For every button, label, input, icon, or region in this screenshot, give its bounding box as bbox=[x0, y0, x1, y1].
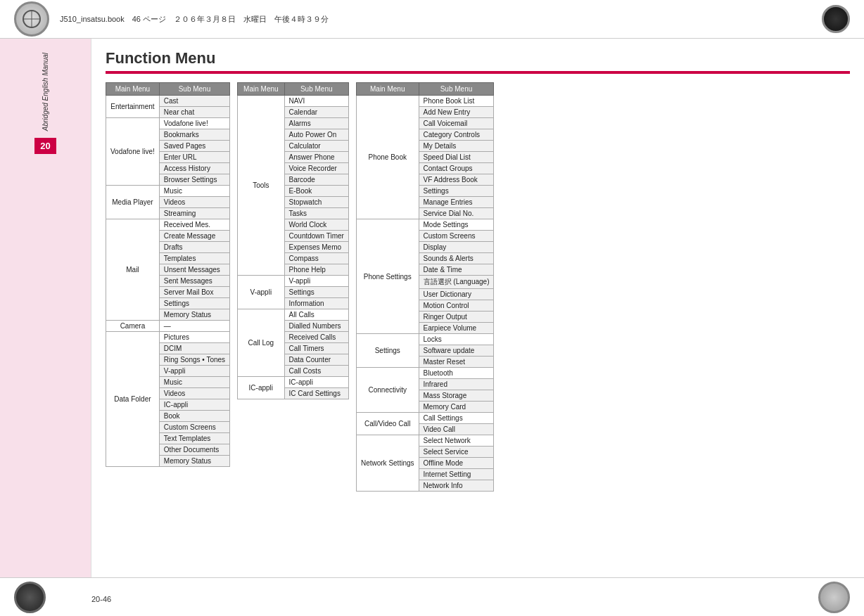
sub-menu-cell: Call Costs bbox=[284, 366, 348, 377]
main-menu-cell: Camera bbox=[106, 321, 160, 332]
sub-menu-cell: Templates bbox=[159, 253, 229, 264]
sub-menu-cell: Service Dial No. bbox=[419, 208, 494, 219]
sub-menu-cell: Saved Pages bbox=[159, 141, 229, 152]
table3: Main Menu Sub Menu Phone BookPhone Book … bbox=[356, 82, 495, 492]
sub-menu-cell: Phone Help bbox=[284, 264, 348, 276]
title-underline bbox=[106, 71, 850, 74]
sub-menu-cell: V-appli bbox=[284, 276, 348, 287]
sub-menu-cell: Infrared bbox=[419, 379, 494, 390]
sub-menu-cell: VF Address Book bbox=[419, 174, 494, 186]
table-row: IC-appliIC-appli bbox=[238, 377, 349, 388]
sub-menu-cell: Mass Storage bbox=[419, 390, 494, 402]
main-menu-cell: Network Settings bbox=[356, 435, 419, 492]
tables-wrapper: Main Menu Sub Menu EntertainmentCastNear… bbox=[106, 82, 850, 492]
sub-menu-cell: Calculator bbox=[284, 141, 348, 152]
sub-menu-cell: Ring Songs • Tones bbox=[159, 354, 229, 366]
sub-menu-cell: Software update bbox=[419, 345, 494, 357]
table2-col2-header: Sub Menu bbox=[284, 83, 348, 96]
sub-menu-cell: Memory Status bbox=[159, 456, 229, 467]
sub-menu-cell: Master Reset bbox=[419, 357, 494, 368]
bottom-bar: 20-46 bbox=[0, 577, 864, 616]
sub-menu-cell: Auto Power On bbox=[284, 129, 348, 141]
table-row: ToolsNAVI bbox=[238, 96, 349, 107]
table1-col1-header: Main Menu bbox=[106, 83, 160, 96]
main-menu-cell: Data Folder bbox=[106, 332, 160, 467]
page-number-badge: 20 bbox=[34, 138, 56, 154]
sub-menu-cell: Videos bbox=[159, 388, 229, 399]
sub-menu-cell: 言語選択 (Language) bbox=[419, 276, 494, 289]
sidebar: Abridged English Manual 20 bbox=[0, 39, 91, 577]
sub-menu-cell: Sounds & Alerts bbox=[419, 253, 494, 264]
sub-menu-cell: NAVI bbox=[284, 96, 348, 107]
table-row: Media PlayerMusic bbox=[106, 186, 230, 197]
sub-menu-cell: Answer Phone bbox=[284, 152, 348, 163]
table-row: Phone BookPhone Book List bbox=[356, 96, 494, 107]
main-content: Function Menu Main Menu Sub Menu Enterta… bbox=[91, 39, 864, 577]
sub-menu-cell: Mode Settings bbox=[419, 219, 494, 231]
sub-menu-cell: Bluetooth bbox=[419, 368, 494, 379]
sub-menu-cell: Settings bbox=[159, 298, 229, 309]
sub-menu-cell: Sent Messages bbox=[159, 276, 229, 287]
sub-menu-cell: Voice Recorder bbox=[284, 163, 348, 174]
sub-menu-cell: Streaming bbox=[159, 208, 229, 219]
table-row: Call/Video CallCall Settings bbox=[356, 413, 494, 424]
sub-menu-cell: E-Book bbox=[284, 186, 348, 197]
sub-menu-cell: Text Templates bbox=[159, 433, 229, 444]
table-row: EntertainmentCast bbox=[106, 96, 230, 107]
table-row: Camera— bbox=[106, 321, 230, 332]
sub-menu-cell: Display bbox=[419, 242, 494, 253]
sub-menu-cell: Date & Time bbox=[419, 264, 494, 276]
sub-menu-cell: Vodafone live! bbox=[159, 118, 229, 129]
sub-menu-cell: IC Card Settings bbox=[284, 388, 348, 399]
main-menu-cell: Phone Book bbox=[356, 96, 419, 219]
page: J510_insatsu.book 46 ページ ２０６年３月８日 水曜日 午後… bbox=[0, 0, 864, 616]
sub-menu-cell: IC-appli bbox=[159, 399, 229, 411]
sub-menu-cell: V-appli bbox=[159, 366, 229, 377]
top-bar-text: J510_insatsu.book 46 ページ ２０６年３月８日 水曜日 午後… bbox=[60, 14, 329, 25]
sub-menu-cell: Alarms bbox=[284, 118, 348, 129]
sub-menu-cell: Near chat bbox=[159, 107, 229, 118]
sub-menu-cell: Information bbox=[284, 298, 348, 309]
sub-menu-cell: Speed Dial List bbox=[419, 152, 494, 163]
table3-col2-header: Sub Menu bbox=[419, 83, 494, 96]
main-menu-cell: Phone Settings bbox=[356, 219, 419, 334]
sub-menu-cell: Call Timers bbox=[284, 343, 348, 354]
sub-menu-cell: Enter URL bbox=[159, 152, 229, 163]
sub-menu-cell: Server Mail Box bbox=[159, 287, 229, 298]
sub-menu-cell: Music bbox=[159, 377, 229, 388]
sub-menu-cell: Select Network bbox=[419, 435, 494, 447]
sub-menu-cell: Video Call bbox=[419, 424, 494, 435]
sub-menu-cell: Motion Control bbox=[419, 300, 494, 312]
sub-menu-cell: Create Message bbox=[159, 231, 229, 242]
sub-menu-cell: Offline Mode bbox=[419, 458, 494, 469]
main-menu-cell: V-appli bbox=[238, 276, 284, 309]
sub-menu-cell: Cast bbox=[159, 96, 229, 107]
main-menu-cell: Call/Video Call bbox=[356, 413, 419, 435]
table-row: Data FolderPictures bbox=[106, 332, 230, 343]
top-right-decoration bbox=[822, 5, 850, 33]
table1: Main Menu Sub Menu EntertainmentCastNear… bbox=[106, 82, 230, 467]
sub-menu-cell: Select Service bbox=[419, 447, 494, 458]
sub-menu-cell: Unsent Messages bbox=[159, 264, 229, 276]
sub-menu-cell: Network Info bbox=[419, 480, 494, 492]
main-menu-cell: Mail bbox=[106, 219, 160, 321]
sub-menu-cell: Earpiece Volume bbox=[419, 323, 494, 334]
sub-menu-cell: Internet Setting bbox=[419, 469, 494, 480]
table-row: MailReceived Mes. bbox=[106, 219, 230, 231]
main-menu-cell: Connectivity bbox=[356, 368, 419, 413]
sub-menu-cell: Access History bbox=[159, 163, 229, 174]
table2-col1-header: Main Menu bbox=[238, 83, 284, 96]
sub-menu-cell: Dialled Numbers bbox=[284, 321, 348, 332]
sub-menu-cell: Memory Card bbox=[419, 402, 494, 413]
sub-menu-cell: Bookmarks bbox=[159, 129, 229, 141]
bottom-right-decoration bbox=[818, 582, 850, 613]
bottom-page-number: 20-46 bbox=[91, 595, 111, 603]
sub-menu-cell: Browser Settings bbox=[159, 174, 229, 186]
sub-menu-cell: — bbox=[159, 321, 229, 332]
sub-menu-cell: Barcode bbox=[284, 174, 348, 186]
sub-menu-cell: Pictures bbox=[159, 332, 229, 343]
sub-menu-cell: DCIM bbox=[159, 343, 229, 354]
sub-menu-cell: User Dictionary bbox=[419, 289, 494, 300]
sub-menu-cell: Call Voicemail bbox=[419, 118, 494, 129]
page-title: Function Menu bbox=[106, 49, 850, 68]
